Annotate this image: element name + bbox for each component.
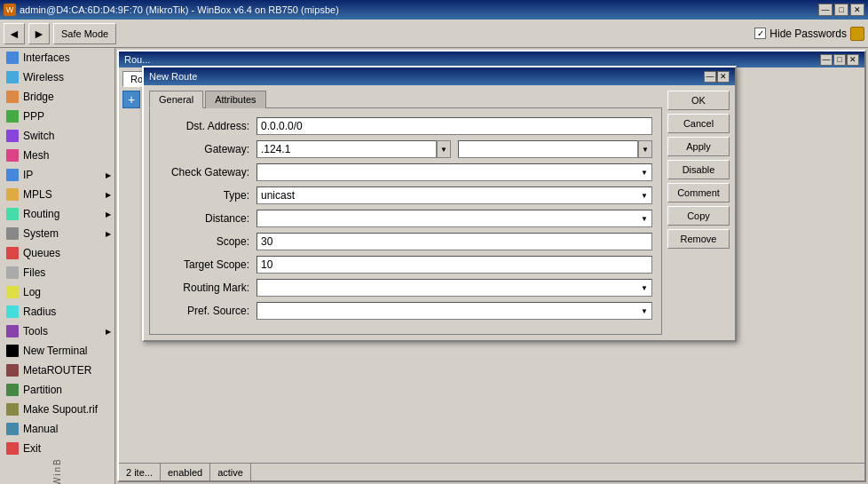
sidebar-item-tools[interactable]: Tools [0,321,114,341]
form-row-pref-source: Pref. Source: ▼ [159,302,652,320]
sidebar-item-ppp[interactable]: PPP [0,107,114,126]
gateway-secondary-field: ▼ [458,140,652,158]
gateway-dropdown-btn[interactable]: ▼ [437,140,451,158]
sidebar-item-queues[interactable]: Queues [0,243,114,263]
dialog-tab-content: Dst. Address: Gateway: ▼ [149,107,662,335]
sidebar-label-mesh: Mesh [23,149,49,162]
sidebar-label-ppp: PPP [23,110,44,123]
ppp-icon [5,109,20,123]
copy-button[interactable]: Copy [667,206,730,226]
sidebar-label-radius: Radius [23,305,56,318]
gateway-label: Gateway: [159,143,256,155]
form-row-routing-mark: Routing Mark: ▼ [159,279,652,297]
forward-button[interactable]: ► [28,23,50,44]
sidebar-item-make-supout[interactable]: Make Supout.rif [0,400,114,419]
sidebar-item-files[interactable]: Files [0,263,114,282]
tab-attributes[interactable]: Attributes [205,91,265,108]
dialog-body: General Attributes Dst. Address: G [144,85,735,340]
close-button[interactable]: ✕ [850,4,864,16]
tab-general[interactable]: General [149,91,203,108]
main-layout: Interfaces Wireless Bridge PPP Switch [0,48,868,484]
sidebar-item-switch[interactable]: Switch [0,126,114,146]
scope-input[interactable] [256,233,652,250]
hide-passwords-label: Hide Passwords [769,28,847,40]
dialog-tabs: General Attributes [149,91,662,108]
hide-passwords-group: ✓ Hide Passwords [754,27,864,41]
toolbar: ◄ ► Safe Mode ✓ Hide Passwords [0,20,868,48]
pref-source-label: Pref. Source: [159,305,256,317]
routing-mark-label: Routing Mark: [159,282,256,294]
sidebar-item-metarouter[interactable]: MetaROUTER [0,361,114,380]
sidebar-label-queues: Queues [23,247,60,259]
dialog-main: General Attributes Dst. Address: G [149,91,662,335]
log-icon [5,285,20,299]
sidebar-label-tools: Tools [23,325,48,337]
routing-mark-select[interactable]: ▼ [256,279,652,297]
title-bar-left: W admin@D4:CA:6D:D4:9F:70 (MikroTik) - W… [4,4,339,16]
cancel-button[interactable]: Cancel [667,114,730,133]
sidebar-item-exit[interactable]: Exit [0,439,114,458]
distance-select[interactable]: ▼ [256,210,652,227]
dialog-minimize[interactable]: — [704,71,716,83]
sidebar-label-wireless: Wireless [23,71,64,83]
check-gateway-select[interactable]: ▼ [256,163,652,181]
type-arrow: ▼ [641,192,648,200]
sidebar-label-switch: Switch [23,130,54,142]
mesh-icon [5,148,20,163]
dst-address-label: Dst. Address: [159,120,256,132]
apply-button[interactable]: Apply [667,137,730,156]
sidebar-item-log[interactable]: Log [0,282,114,302]
gateway-secondary-dropdown-btn[interactable]: ▼ [638,140,652,158]
sidebar-item-ip[interactable]: IP [0,165,114,185]
sidebar-item-system[interactable]: System [0,224,114,243]
bridge-icon [5,90,20,104]
sidebar-item-mesh[interactable]: Mesh [0,146,114,165]
sidebar-label-files: Files [23,266,45,279]
metarouter-icon [5,363,20,377]
partition-icon [5,383,20,397]
sidebar-item-manual[interactable]: Manual [0,419,114,439]
type-label: Type: [159,189,256,202]
ip-icon [5,168,20,182]
dst-address-input[interactable] [256,117,652,135]
sidebar-item-interfaces[interactable]: Interfaces [0,48,114,67]
sidebar-label-manual: Manual [23,423,58,435]
title-text: admin@D4:CA:6D:D4:9F:70 (MikroTik) - Win… [20,4,339,15]
sidebar-item-radius[interactable]: Radius [0,302,114,321]
hide-passwords-checkbox[interactable]: ✓ [754,28,766,39]
remove-button[interactable]: Remove [667,229,730,249]
dialog-close[interactable]: ✕ [717,71,730,83]
minimize-button[interactable]: — [818,4,832,16]
sidebar-item-new-terminal[interactable]: New Terminal [0,341,114,361]
distance-arrow: ▼ [641,215,648,223]
ok-button[interactable]: OK [667,91,730,110]
form-row-type: Type: unicast ▼ [159,186,652,204]
gateway-secondary-input[interactable] [458,140,638,158]
routing-mark-arrow: ▼ [641,284,648,292]
type-select[interactable]: unicast ▼ [256,186,652,204]
sidebar-label-log: Log [23,286,41,298]
terminal-icon [5,344,20,358]
gateway-input[interactable] [256,140,437,158]
exit-icon [5,441,20,456]
target-scope-label: Target Scope: [159,258,256,271]
comment-button[interactable]: Comment [667,183,730,202]
target-scope-input[interactable] [256,256,652,274]
distance-label: Distance: [159,212,256,225]
pref-source-select[interactable]: ▼ [256,302,652,320]
sidebar-item-partition[interactable]: Partition [0,380,114,400]
sidebar-item-mpls[interactable]: MPLS [0,185,114,204]
sidebar-item-routing[interactable]: Routing [0,204,114,224]
disable-button[interactable]: Disable [667,160,730,179]
mpls-icon [5,187,20,202]
radius-icon [5,305,20,319]
safemode-button[interactable]: Safe Mode [53,23,116,44]
check-gateway-label: Check Gateway: [159,166,256,179]
dialog-title-text: New Route [149,71,197,82]
sidebar-item-wireless[interactable]: Wireless [0,67,114,87]
sidebar-label-bridge: Bridge [23,91,54,103]
sidebar-item-bridge[interactable]: Bridge [0,87,114,107]
gateway-field: ▼ [256,140,451,158]
maximize-button[interactable]: □ [834,4,848,16]
back-button[interactable]: ◄ [4,23,25,44]
